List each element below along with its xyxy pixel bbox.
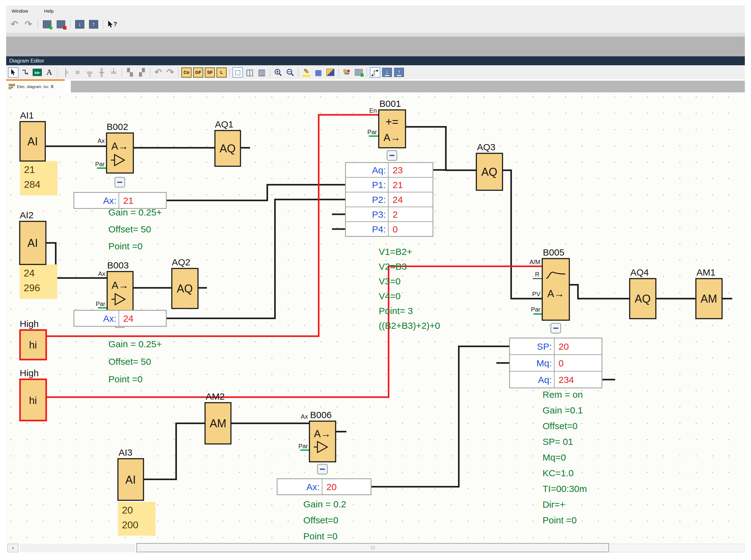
select-tool-button[interactable] [8, 67, 18, 78]
param-label: Ax: [103, 196, 116, 206]
compare-icon: ▦ [315, 68, 322, 77]
context-help-button[interactable]: ? [106, 18, 118, 30]
logic-tool-button[interactable]: L [216, 67, 226, 78]
table-row-label: SP: [537, 341, 552, 352]
online-test-button[interactable] [354, 67, 364, 78]
table-row-label: Aq: [372, 165, 386, 175]
diagram-canvas[interactable]: 21 284 24 296 20 200 AI1 AI B002 A→ Ax P… [6, 92, 745, 543]
align-left-button[interactable]: ╞ [60, 67, 71, 78]
tab-close-icon[interactable]: X [51, 84, 54, 89]
table-row-value: 0 [558, 358, 564, 368]
horizontal-scrollbar-thumb[interactable] [136, 543, 609, 552]
diagram-file-icon [8, 83, 15, 89]
param-table-b005[interactable]: SP: 20 Mq: 0 Aq: 234 [510, 338, 602, 388]
bring-forward-button[interactable]: ▚ [125, 67, 135, 78]
download-to-device-button[interactable]: ↓ [74, 18, 85, 30]
tab-elec-diagram[interactable]: Elec. diagram .lsc X [6, 79, 65, 92]
distribute-horizontal-button[interactable]: ╫ [96, 67, 107, 78]
binary-connector-tool-button[interactable]: ▶▶ [32, 67, 42, 78]
block-symbol: AQ [177, 282, 193, 295]
align-center-button[interactable]: ≡ [72, 67, 83, 78]
green-param-line: Mq=0 [542, 452, 566, 462]
collapse-button-b002[interactable] [115, 177, 125, 187]
single-pane-view-button[interactable]: □ [233, 67, 243, 78]
block-symbol: A→ [383, 132, 400, 143]
green-param-line: ((B2+B3)+2)+0 [379, 320, 440, 331]
zoom-out-icon [286, 68, 294, 77]
compare-programs-button[interactable]: ▦ [313, 67, 323, 78]
table-row-label: Aq: [538, 375, 552, 385]
split-three-pane-button[interactable]: ▥ [256, 67, 267, 78]
param-value: 24 [123, 314, 133, 324]
toolbar-separator [122, 68, 122, 77]
param-table-b001[interactable]: Aq: 23 P1: 21 P2: 24 P3: 2 P4: 0 [345, 163, 433, 236]
redo-button[interactable]: ↷ [165, 67, 176, 78]
undo-button[interactable]: ↶ [153, 67, 163, 78]
pin-label-r: R [535, 271, 539, 278]
green-param-line: Point =0 [108, 374, 142, 384]
block-title: High [20, 368, 39, 378]
scroll-left-button[interactable]: ‹ [7, 544, 18, 552]
green-param-line: Offset= 50 [108, 357, 151, 367]
send-backward-button[interactable]: ▞ [137, 67, 147, 78]
scrollbar-left-track[interactable] [20, 544, 136, 552]
redo-button[interactable]: ↷ [22, 18, 34, 30]
horizontal-scrollbar-track[interactable] [609, 544, 745, 552]
toolbar-separator [298, 68, 298, 77]
collapse-button-b005[interactable] [551, 323, 561, 333]
collapse-button-b006[interactable] [317, 464, 327, 474]
basic-functions-tool-button[interactable]: GF [193, 67, 203, 78]
pc-green-icon [43, 20, 52, 28]
expand-down-button[interactable]: ↓ [382, 67, 392, 78]
table-row-value: 234 [558, 375, 574, 385]
block-title: B005 [543, 247, 565, 257]
green-param-line: V3=0 [379, 276, 401, 286]
pin-label-ax: Ax [98, 137, 105, 144]
start-simulation-button[interactable] [41, 18, 53, 30]
param-box-b006[interactable]: Ax: 20 [277, 479, 371, 495]
param-box-b002[interactable]: Ax: 21 [74, 193, 166, 208]
menu-item-help[interactable]: Help [44, 8, 54, 14]
stop-simulation-button[interactable] [55, 18, 67, 30]
param-value: 21 [123, 196, 133, 206]
collapse-button-b001[interactable] [387, 151, 397, 160]
special-functions-tool-button[interactable]: SF [205, 67, 215, 78]
pin-label-par: Par [96, 300, 105, 307]
param-box-b003[interactable]: Ax: 24 [74, 310, 166, 326]
connector-tool-button[interactable] [20, 67, 31, 78]
align-top-button[interactable]: ╦ [84, 67, 95, 78]
block-title: B006 [310, 410, 332, 420]
pencil-icon: ✎ [303, 68, 310, 77]
arrow-down-icon: ↓ [382, 68, 392, 77]
convert-diagram-button[interactable] [325, 67, 336, 78]
undo-button[interactable]: ↶ [8, 18, 20, 30]
zoom-out-button[interactable] [285, 67, 295, 78]
menu-bar: Window Help [6, 5, 745, 16]
panel-titlebar: Diagram Editor [6, 56, 745, 65]
constants-tool-button[interactable]: Co [181, 67, 192, 78]
zoom-in-button[interactable] [273, 67, 283, 78]
distribute-horizontal-icon: ╫ [99, 68, 104, 77]
distribute-vertical-button[interactable]: ╧ [108, 67, 119, 78]
comment-tool-button[interactable]: ✎ [301, 67, 312, 78]
block-symbol: A→ [111, 140, 128, 152]
menu-item-window[interactable]: Window [12, 8, 28, 14]
block-b003[interactable] [107, 272, 133, 314]
block-symbol: AM [210, 417, 226, 430]
block-b002[interactable] [106, 133, 133, 173]
block-symbol: AM [700, 293, 717, 305]
simulation-button[interactable]: SIM [341, 67, 352, 78]
split-two-pane-button[interactable]: ◫ [244, 67, 255, 78]
three-pane-icon: ▥ [258, 68, 266, 77]
expand-up-button[interactable]: ↑ [394, 67, 404, 78]
upload-from-device-button[interactable]: ↑ [88, 18, 99, 30]
polyline-wire-button[interactable] [370, 67, 380, 78]
block-title: AI1 [20, 110, 34, 120]
block-title: AQ3 [477, 142, 495, 152]
transfer-down-icon: ↓ [75, 20, 84, 28]
align-top-icon: ╦ [87, 68, 92, 77]
block-b006[interactable] [310, 421, 336, 462]
tab-bar: Elec. diagram .lsc X [6, 79, 745, 92]
arrow-up-icon: ↑ [394, 68, 404, 77]
text-tool-button[interactable]: A [44, 67, 55, 78]
